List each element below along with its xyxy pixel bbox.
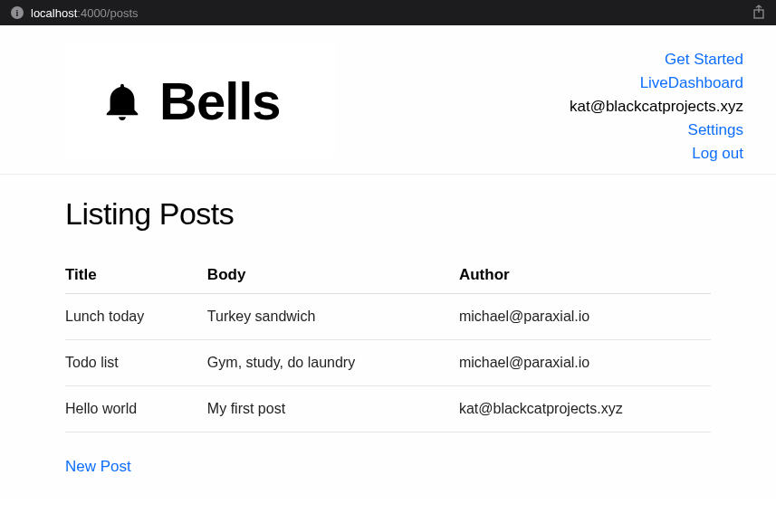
cell-body: Gym, study, do laundry [207, 340, 459, 386]
cell-title: Lunch today [65, 294, 207, 340]
nav-live-dashboard[interactable]: LiveDashboard [640, 74, 743, 92]
col-title: Title [65, 257, 207, 294]
current-user-email: kat@blackcatprojects.xyz [570, 98, 743, 116]
nav-get-started[interactable]: Get Started [665, 51, 743, 69]
cell-title: Hello world [65, 386, 207, 432]
col-author: Author [459, 257, 711, 294]
cell-author: kat@blackcatprojects.xyz [459, 386, 711, 432]
col-body: Body [207, 257, 459, 294]
table-row[interactable]: Hello world My first post kat@blackcatpr… [65, 386, 711, 432]
cell-title: Todo list [65, 340, 207, 386]
url-path: :4000/posts [77, 6, 138, 20]
table-header-row: Title Body Author [65, 257, 711, 294]
cell-body: My first post [207, 386, 459, 432]
table-row[interactable]: Todo list Gym, study, do laundry michael… [65, 340, 711, 386]
url-text: localhost:4000/posts [31, 6, 139, 20]
bell-icon [101, 77, 143, 126]
posts-table: Title Body Author Lunch today Turkey san… [65, 257, 711, 432]
cell-body: Turkey sandwich [207, 294, 459, 340]
new-post-link[interactable]: New Post [65, 458, 131, 476]
main-content: Listing Posts Title Body Author Lunch to… [0, 175, 776, 498]
info-icon[interactable]: i [11, 6, 24, 19]
page-header: Bells Get Started LiveDashboard kat@blac… [0, 25, 776, 175]
nav-settings[interactable]: Settings [688, 121, 743, 139]
logo-text: Bells [159, 71, 281, 131]
url-area[interactable]: i localhost:4000/posts [11, 6, 139, 20]
url-host: localhost [31, 6, 77, 20]
nav-links: Get Started LiveDashboard kat@blackcatpr… [570, 43, 743, 163]
browser-address-bar: i localhost:4000/posts [0, 0, 776, 25]
share-icon[interactable] [752, 5, 765, 22]
table-row[interactable]: Lunch today Turkey sandwich michael@para… [65, 294, 711, 340]
cell-author: michael@paraxial.io [459, 294, 711, 340]
cell-author: michael@paraxial.io [459, 340, 711, 386]
logo[interactable]: Bells [65, 43, 335, 158]
nav-log-out[interactable]: Log out [692, 145, 743, 163]
page-title: Listing Posts [65, 196, 711, 232]
